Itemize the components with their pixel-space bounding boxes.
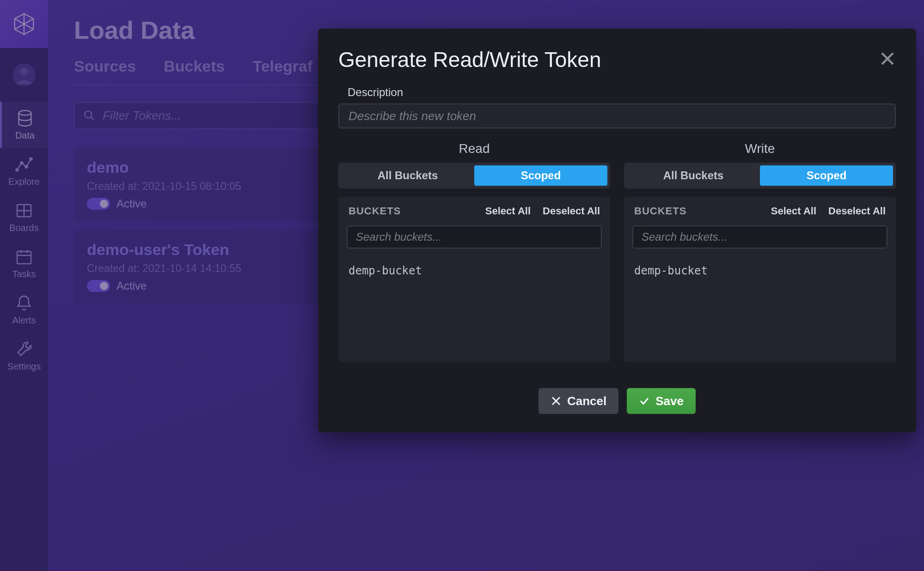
close-icon bbox=[879, 50, 896, 67]
read-bucket-panel: BUCKETS Select All Deselect All demp-buc… bbox=[338, 197, 610, 362]
generate-token-modal: Generate Read/Write Token Description Re… bbox=[318, 29, 916, 432]
write-select-all[interactable]: Select All bbox=[771, 205, 816, 217]
description-input[interactable] bbox=[338, 103, 896, 128]
save-button[interactable]: Save bbox=[627, 388, 696, 414]
read-scope-toggle: All Buckets Scoped bbox=[338, 163, 610, 188]
read-column: Read All Buckets Scoped BUCKETS Select A… bbox=[338, 141, 610, 362]
buckets-title: BUCKETS bbox=[634, 205, 686, 217]
modal-title: Generate Read/Write Token bbox=[338, 47, 601, 72]
read-heading: Read bbox=[338, 141, 610, 156]
write-all-buckets-button[interactable]: All Buckets bbox=[627, 165, 760, 186]
write-column: Write All Buckets Scoped BUCKETS Select … bbox=[624, 141, 896, 362]
modal-close-button[interactable] bbox=[879, 50, 896, 69]
check-icon bbox=[639, 395, 650, 407]
save-label: Save bbox=[655, 394, 684, 408]
write-scoped-button[interactable]: Scoped bbox=[760, 165, 893, 186]
write-bucket-item[interactable]: demp-bucket bbox=[634, 261, 886, 280]
read-deselect-all[interactable]: Deselect All bbox=[543, 205, 600, 217]
close-icon bbox=[551, 395, 562, 407]
read-bucket-search[interactable] bbox=[347, 225, 602, 249]
write-scope-toggle: All Buckets Scoped bbox=[624, 163, 896, 188]
read-select-all[interactable]: Select All bbox=[485, 205, 531, 217]
cancel-button[interactable]: Cancel bbox=[538, 388, 618, 414]
read-bucket-item[interactable]: demp-bucket bbox=[349, 261, 600, 280]
write-bucket-panel: BUCKETS Select All Deselect All demp-buc… bbox=[624, 197, 896, 362]
write-bucket-search[interactable] bbox=[632, 225, 887, 249]
write-heading: Write bbox=[624, 141, 896, 156]
read-all-buckets-button[interactable]: All Buckets bbox=[341, 165, 474, 186]
buckets-title: BUCKETS bbox=[349, 205, 401, 217]
cancel-label: Cancel bbox=[567, 394, 606, 408]
description-label: Description bbox=[348, 86, 896, 99]
read-scoped-button[interactable]: Scoped bbox=[474, 165, 607, 186]
write-deselect-all[interactable]: Deselect All bbox=[828, 205, 886, 217]
